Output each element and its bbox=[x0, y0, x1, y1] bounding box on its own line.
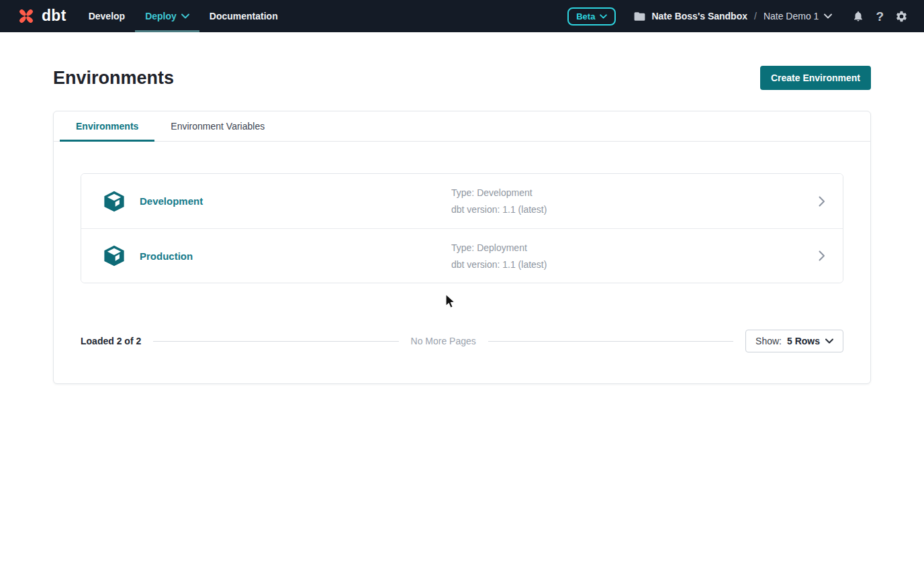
tab-label: Environment Variables bbox=[171, 121, 265, 132]
environment-dbt-version: dbt version: 1.1 (latest) bbox=[451, 204, 819, 215]
rows-per-page-dropdown[interactable]: Show: 5 Rows bbox=[745, 330, 843, 352]
nav-item-label: Develop bbox=[89, 11, 125, 21]
top-navbar: dbt Develop Deploy Documentation Beta Na… bbox=[0, 0, 924, 32]
environment-row-left: Development bbox=[102, 189, 451, 213]
divider-line bbox=[153, 341, 398, 342]
loaded-count-label: Loaded 2 of 2 bbox=[81, 336, 141, 346]
dbt-logo[interactable]: dbt bbox=[16, 6, 66, 26]
environment-cube-icon bbox=[102, 244, 126, 268]
nav-item-label: Deploy bbox=[145, 11, 177, 21]
gear-icon[interactable] bbox=[895, 10, 908, 23]
tab-environments[interactable]: Environments bbox=[60, 111, 154, 141]
dbt-logo-text: dbt bbox=[42, 7, 66, 25]
navbar-right: Beta Nate Boss's Sandbox / Nate Demo 1 ? bbox=[567, 7, 908, 26]
pagination-footer: Loaded 2 of 2 No More Pages Show: 5 Rows bbox=[81, 330, 843, 352]
tab-bar: Environments Environment Variables bbox=[54, 111, 870, 142]
rows-per-page-value: 5 Rows bbox=[787, 336, 820, 346]
beta-label: Beta bbox=[576, 11, 595, 21]
environments-card: Environments Environment Variables bbox=[53, 111, 871, 384]
chevron-down-icon bbox=[600, 14, 607, 19]
create-environment-button[interactable]: Create Environment bbox=[760, 66, 871, 90]
tab-label: Environments bbox=[76, 121, 138, 132]
nav-item-deploy[interactable]: Deploy bbox=[135, 0, 199, 32]
environment-type: Type: Development bbox=[451, 187, 819, 198]
environment-row-development[interactable]: Development Type: Development dbt versio… bbox=[81, 174, 843, 228]
environment-list: Development Type: Development dbt versio… bbox=[81, 173, 843, 283]
help-icon[interactable]: ? bbox=[876, 10, 884, 23]
tab-panel-environments: Development Type: Development dbt versio… bbox=[54, 142, 870, 383]
chevron-down-icon bbox=[824, 13, 832, 19]
account-name: Nate Boss's Sandbox bbox=[651, 11, 747, 21]
environment-type: Type: Deployment bbox=[451, 242, 819, 253]
environment-row-production[interactable]: Production Type: Deployment dbt version:… bbox=[81, 228, 843, 283]
environment-name-link[interactable]: Production bbox=[140, 250, 193, 262]
beta-dropdown-button[interactable]: Beta bbox=[567, 7, 616, 26]
account-project-picker[interactable]: Nate Boss's Sandbox / Nate Demo 1 bbox=[633, 10, 832, 23]
chevron-right-icon[interactable] bbox=[819, 196, 825, 207]
divider-line bbox=[488, 341, 733, 342]
dbt-logo-icon bbox=[16, 6, 36, 26]
environment-row-left: Production bbox=[102, 244, 451, 268]
nav-item-develop[interactable]: Develop bbox=[79, 0, 135, 32]
folder-icon bbox=[633, 10, 646, 23]
page-title: Environments bbox=[53, 68, 174, 89]
main-content: Environments Create Environment Environm… bbox=[0, 66, 924, 384]
show-label: Show: bbox=[755, 336, 782, 346]
environment-name-link[interactable]: Development bbox=[140, 195, 203, 207]
chevron-down-icon bbox=[825, 338, 833, 344]
chevron-right-icon[interactable] bbox=[819, 250, 825, 261]
navbar-icon-group: ? bbox=[852, 10, 908, 23]
environment-meta: Type: Deployment dbt version: 1.1 (lates… bbox=[451, 242, 819, 270]
page-header: Environments Create Environment bbox=[53, 66, 871, 90]
breadcrumb-separator: / bbox=[753, 11, 758, 21]
tab-environment-variables[interactable]: Environment Variables bbox=[154, 111, 281, 141]
notifications-bell-icon[interactable] bbox=[852, 10, 864, 22]
nav-item-label: Documentation bbox=[210, 11, 278, 21]
no-more-pages-label: No More Pages bbox=[411, 336, 476, 346]
nav-item-documentation[interactable]: Documentation bbox=[199, 0, 288, 32]
primary-nav: Develop Deploy Documentation bbox=[79, 0, 288, 32]
chevron-down-icon bbox=[181, 13, 189, 19]
environment-meta: Type: Development dbt version: 1.1 (late… bbox=[451, 187, 819, 215]
environment-dbt-version: dbt version: 1.1 (latest) bbox=[451, 259, 819, 270]
environment-cube-icon bbox=[102, 189, 126, 213]
project-name: Nate Demo 1 bbox=[764, 11, 819, 21]
